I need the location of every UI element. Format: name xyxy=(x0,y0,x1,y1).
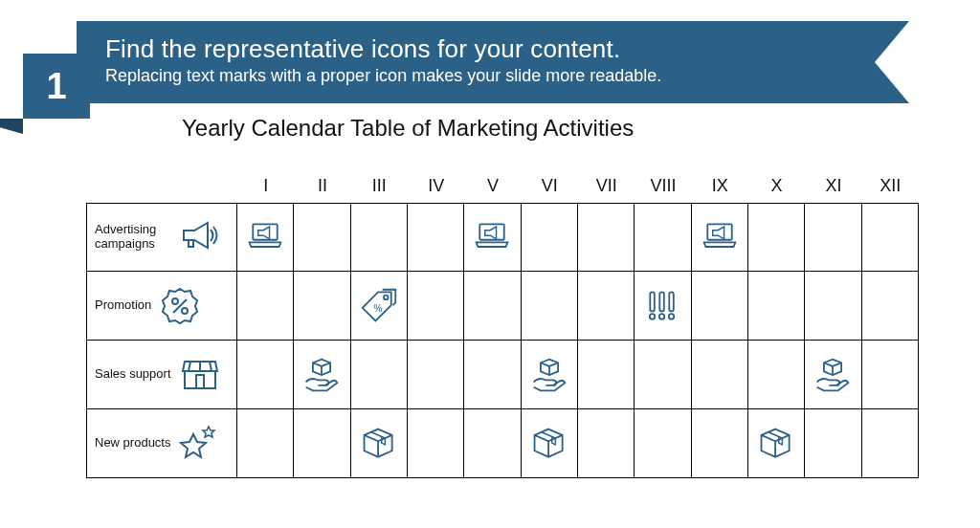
banner-headline: Find the representative icons for your c… xyxy=(105,34,880,64)
calendar-cell xyxy=(351,203,408,272)
calendar-cell xyxy=(464,272,521,341)
banner-subtext: Replacing text marks with a proper icon … xyxy=(105,66,880,86)
row-label: Promotion xyxy=(95,298,151,313)
month-header: III xyxy=(351,176,408,203)
storefront-icon xyxy=(179,354,221,396)
calendar-cell xyxy=(635,409,691,478)
hand-box-icon xyxy=(530,356,568,394)
calendar-cell xyxy=(748,409,805,478)
percent-badge-icon xyxy=(159,285,201,327)
header-spacer xyxy=(86,176,237,203)
calendar-cell xyxy=(805,272,861,341)
calendar-cell xyxy=(805,409,861,478)
laptop-ad-icon xyxy=(473,218,511,256)
calendar-cell xyxy=(237,272,294,341)
calendar-cell xyxy=(578,203,635,272)
box-icon xyxy=(530,425,568,463)
price-tags-icon xyxy=(360,287,398,325)
table-row: New products xyxy=(86,409,919,478)
calendar-table: IIIIIIIVVVIVIIVIIIIXXXIXII Advertising c… xyxy=(86,176,919,478)
calendar-cell xyxy=(692,203,748,272)
row-label-cell: New products xyxy=(86,409,237,478)
calendar-cell xyxy=(635,341,691,409)
laptop-ad-icon xyxy=(246,218,284,256)
banner-ribbon: Find the representative icons for your c… xyxy=(77,21,909,103)
month-header: IV xyxy=(408,176,464,203)
calendar-cell xyxy=(294,203,350,272)
calendar-cell xyxy=(635,272,691,341)
calendar-cell xyxy=(408,272,464,341)
calendar-cell xyxy=(578,341,635,409)
calendar-cell xyxy=(805,203,861,272)
table-row: Advertising campaigns xyxy=(86,203,919,272)
calendar-cell xyxy=(408,341,464,409)
calendar-cell xyxy=(692,272,748,341)
calendar-cell xyxy=(408,409,464,478)
month-header: I xyxy=(237,176,294,203)
calendar-cell xyxy=(748,341,805,409)
calendar-cell xyxy=(522,203,578,272)
row-label-cell: Advertising campaigns xyxy=(86,203,237,272)
calendar-cell xyxy=(408,203,464,272)
exclaims-icon xyxy=(643,287,681,325)
row-label-cell: Sales support xyxy=(86,341,237,409)
row-label-cell: Promotion xyxy=(86,272,237,341)
row-label: Advertising campaigns xyxy=(95,223,171,252)
month-header: II xyxy=(294,176,350,203)
month-header: IX xyxy=(692,176,748,203)
calendar-cell xyxy=(578,409,635,478)
calendar-cell xyxy=(748,272,805,341)
calendar-cell xyxy=(692,341,748,409)
row-label: New products xyxy=(95,436,170,451)
calendar-cell xyxy=(237,341,294,409)
calendar-cell xyxy=(522,409,578,478)
hand-box-icon xyxy=(302,356,341,394)
calendar-cell xyxy=(578,272,635,341)
box-icon xyxy=(757,425,795,463)
calendar-header-row: IIIIIIIVVVIVIIVIIIIXXXIXII xyxy=(86,176,919,203)
calendar-cell xyxy=(862,272,919,341)
calendar-cell xyxy=(748,203,805,272)
table-row: Sales support xyxy=(86,341,919,409)
calendar-cell xyxy=(862,203,919,272)
calendar-cell xyxy=(351,341,408,409)
calendar-cell xyxy=(464,203,521,272)
calendar-cell xyxy=(805,341,861,409)
calendar-cell xyxy=(294,409,350,478)
calendar-body: Advertising campaignsPromotionSales supp… xyxy=(86,203,919,478)
calendar-cell xyxy=(294,272,350,341)
calendar-cell xyxy=(351,272,408,341)
calendar-cell xyxy=(294,341,350,409)
calendar-cell xyxy=(464,341,521,409)
month-header: VII xyxy=(578,176,635,203)
laptop-ad-icon xyxy=(701,218,739,256)
calendar-cell xyxy=(692,409,748,478)
month-header: X xyxy=(748,176,805,203)
month-header: XII xyxy=(862,176,919,203)
calendar-cell xyxy=(237,203,294,272)
box-icon xyxy=(360,425,398,463)
calendar-cell xyxy=(237,409,294,478)
calendar-cell xyxy=(635,203,691,272)
month-header: VI xyxy=(522,176,578,203)
step-number: 1 xyxy=(46,66,66,107)
row-label: Sales support xyxy=(95,367,171,382)
calendar-cell xyxy=(522,341,578,409)
calendar-cell xyxy=(862,409,919,478)
calendar-cell xyxy=(351,409,408,478)
calendar-cell xyxy=(862,341,919,409)
month-header: XI xyxy=(805,176,861,203)
section-title: Yearly Calendar Table of Marketing Activ… xyxy=(182,115,634,142)
month-header: V xyxy=(464,176,521,203)
table-row: Promotion xyxy=(86,272,919,341)
calendar-cell xyxy=(464,409,521,478)
megaphone-icon xyxy=(179,216,221,258)
stars-icon xyxy=(178,423,220,465)
month-header: VIII xyxy=(635,176,691,203)
hand-box-icon xyxy=(813,356,852,394)
calendar-cell xyxy=(522,272,578,341)
